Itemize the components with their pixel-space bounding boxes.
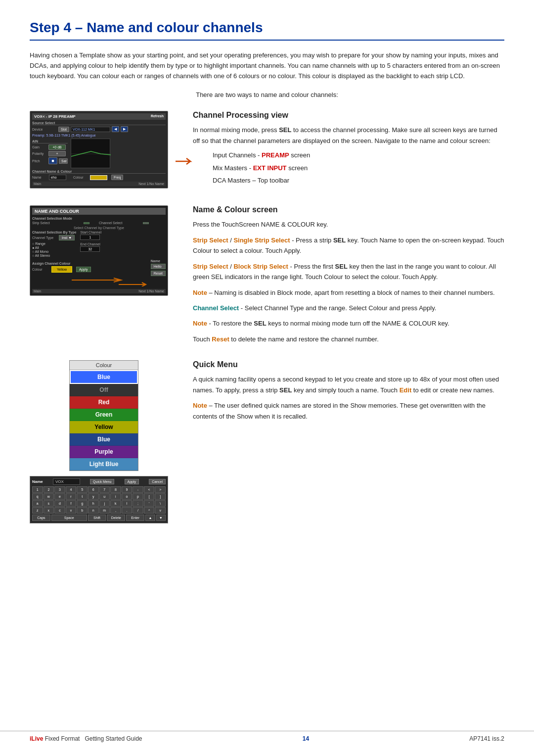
colour-dropdown: Colour Blue Off Red Green Yellow Blue Pu… — [69, 360, 138, 471]
colour-keypad-container: Colour Blue Off Red Green Yellow Blue Pu… — [30, 360, 178, 523]
colour-blue2[interactable]: Blue — [70, 433, 138, 446]
key-s[interactable]: s — [44, 500, 54, 507]
cancel-btn[interactable]: Cancel — [149, 479, 166, 484]
name-colour-screen-mockup: NAME AND COLOUR Channel Selection Mode S… — [30, 205, 168, 296]
key-5[interactable]: 5 — [77, 486, 88, 493]
quick-menu-note: Note – The user defined quick names are … — [193, 400, 504, 422]
apply-btn[interactable]: Apply — [125, 479, 139, 484]
key-q[interactable]: q — [32, 493, 43, 500]
colour-red[interactable]: Red — [70, 396, 138, 409]
key-7[interactable]: 7 — [99, 486, 110, 493]
key-k[interactable]: k — [110, 500, 121, 507]
key-e[interactable]: e — [54, 493, 65, 500]
key-n[interactable]: n — [88, 507, 99, 514]
channel-processing-body: In normal mixing mode, press SEL to acce… — [193, 125, 504, 146]
screen1-refresh: Refresh — [151, 114, 164, 119]
nc-para3: Strip Select / Block Strip Select - Pres… — [193, 261, 504, 283]
key-p[interactable]: p — [133, 493, 143, 500]
key-dash[interactable]: - — [133, 486, 143, 493]
screen1-bottom-right: Next 1/No Name — [138, 182, 164, 186]
key-period[interactable]: . — [122, 507, 133, 514]
key-t[interactable]: t — [77, 493, 88, 500]
key-o[interactable]: o — [122, 493, 133, 500]
key-2[interactable]: 2 — [44, 486, 54, 493]
nc-arrow — [32, 278, 171, 286]
channel-processing-title: Channel Processing view — [193, 111, 504, 120]
key-comma[interactable]: , — [110, 507, 121, 514]
key-f[interactable]: f — [66, 500, 77, 507]
screen1-bottom-left: Main — [34, 182, 41, 186]
key-m[interactable]: m — [99, 507, 110, 514]
two-ways-text: There are two ways to name and colour ch… — [30, 91, 504, 98]
arrow-up-btn[interactable]: ▲ — [145, 515, 155, 521]
key-d[interactable]: d — [54, 500, 65, 507]
key-up[interactable]: ^ — [144, 507, 155, 514]
key-x[interactable]: x — [44, 507, 54, 514]
caps-btn[interactable]: Caps — [32, 515, 50, 521]
key-9[interactable]: 9 — [122, 486, 133, 493]
space-btn[interactable]: Space — [51, 515, 87, 521]
quick-menu-section: Quick Menu A quick naming facility opens… — [193, 360, 504, 523]
sel-highlight: SEL — [279, 126, 291, 134]
key-y[interactable]: y — [88, 493, 99, 500]
key-v[interactable]: v — [66, 507, 77, 514]
nc-para2: Strip Select / Single Strip Select - Pre… — [193, 235, 504, 256]
colour-purple[interactable]: Purple — [70, 446, 138, 458]
footer-brand-ilive: iLive — [30, 735, 43, 742]
key-c[interactable]: c — [54, 507, 65, 514]
mix-masters-item: Mix Masters - EXT INPUT screen — [213, 163, 504, 173]
key-4[interactable]: 4 — [66, 486, 77, 493]
name-colour-title: Name & Colour screen — [193, 205, 504, 214]
nc-channel-select: Channel Select - Select Channel Type and… — [193, 303, 504, 313]
key-bracket-l[interactable]: [ — [144, 493, 155, 500]
arrow-right — [176, 156, 195, 166]
screen1-container: VOX< - IP 28 PREAMP Refresh Source Selec… — [30, 111, 178, 193]
arrow-dn-btn[interactable]: ▼ — [156, 515, 166, 521]
footer-brand: iLive Fixed Format Getting Started Guide — [30, 735, 142, 742]
keypad-name-field[interactable]: VOX — [53, 478, 80, 485]
key-g[interactable]: g — [77, 500, 88, 507]
key-u[interactable]: u — [99, 493, 110, 500]
key-i[interactable]: i — [110, 493, 121, 500]
key-1[interactable]: 1 — [32, 486, 43, 493]
key-j[interactable]: j — [99, 500, 110, 507]
key-z[interactable]: z — [32, 507, 43, 514]
colour-yellow[interactable]: Yellow — [70, 421, 138, 433]
colour-light-blue[interactable]: Light Blue — [70, 458, 138, 471]
colour-off[interactable]: Off — [70, 384, 138, 396]
intro-paragraph: Having chosen a Template show as your st… — [30, 50, 504, 81]
key-quote[interactable]: ' — [144, 500, 155, 507]
key-3[interactable]: 3 — [54, 486, 65, 493]
key-a[interactable]: a — [32, 500, 43, 507]
key-left[interactable]: < — [144, 486, 155, 493]
shift-btn[interactable]: Shift — [88, 515, 106, 521]
key-r[interactable]: r — [66, 493, 77, 500]
key-6[interactable]: 6 — [88, 486, 99, 493]
screen1-title: VOX< - IP 28 PREAMP — [34, 114, 76, 119]
key-right[interactable]: > — [155, 486, 166, 493]
key-l[interactable]: l — [122, 500, 133, 507]
key-down[interactable]: v — [155, 507, 166, 514]
key-b[interactable]: b — [77, 507, 88, 514]
key-bracket-r[interactable]: ] — [155, 493, 166, 500]
key-h[interactable]: h — [88, 500, 99, 507]
footer-guide: Getting Started Guide — [85, 735, 142, 742]
colour-green[interactable]: Green — [70, 409, 138, 421]
page-title: Step 4 – Name and colour channels — [30, 20, 504, 41]
key-backslash[interactable]: \ — [155, 500, 166, 507]
colour-blue-selected[interactable]: Blue — [70, 370, 138, 384]
key-8[interactable]: 8 — [110, 486, 121, 493]
nc-para1: Press the TouchScreen NAME & COLOUR key. — [193, 219, 504, 230]
key-w[interactable]: w — [44, 493, 54, 500]
enter-btn[interactable]: Enter — [126, 515, 144, 521]
input-channels-item: Input Channels - PREAMP screen — [213, 150, 504, 160]
footer-page-number: 14 — [303, 735, 309, 742]
delete-btn[interactable]: Delete — [107, 515, 125, 521]
screen2-bottom-right: Next 1/No Name — [138, 289, 164, 293]
nc-note1: Note – Naming is disabled in Block mode,… — [193, 287, 504, 298]
key-semi[interactable]: ; — [133, 500, 143, 507]
preamp-screen-mockup: VOX< - IP 28 PREAMP Refresh Source Selec… — [30, 111, 168, 189]
key-slash[interactable]: / — [133, 507, 143, 514]
footer-ref: AP7141 iss.2 — [469, 735, 504, 742]
footer-product: Fixed Format — [45, 735, 83, 742]
